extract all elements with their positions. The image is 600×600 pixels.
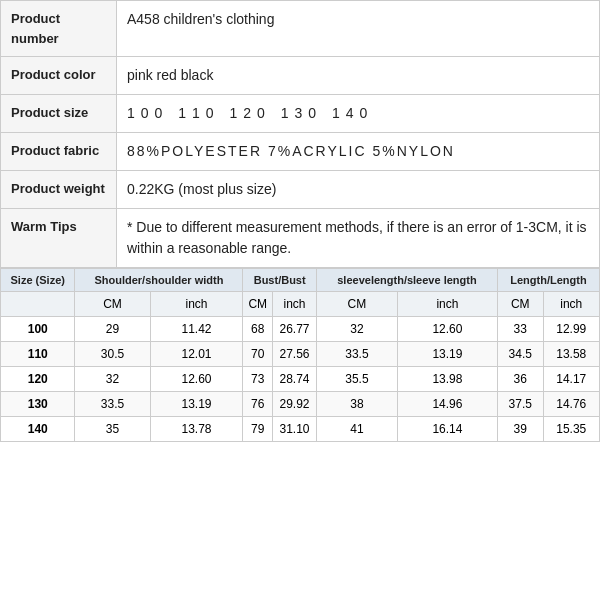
info-label: Product number: [1, 1, 117, 57]
size-cell: 12.99: [543, 317, 599, 342]
size-cell: 14.76: [543, 392, 599, 417]
product-info-table: Product numberA458 children's clothingPr…: [0, 0, 600, 268]
size-cell: 120: [1, 367, 75, 392]
info-label: Warm Tips: [1, 209, 117, 268]
size-cell: 12.60: [150, 367, 243, 392]
size-cell: 100: [1, 317, 75, 342]
size-cell: 11.42: [150, 317, 243, 342]
size-cell: 32: [316, 317, 397, 342]
size-cell: 130: [1, 392, 75, 417]
chart-subheader-cell: inch: [543, 292, 599, 317]
size-row: 1002911.426826.773212.603312.99: [1, 317, 600, 342]
size-cell: 28.74: [273, 367, 317, 392]
size-cell: 36: [497, 367, 543, 392]
info-label: Product size: [1, 95, 117, 133]
size-row: 1403513.787931.104116.143915.35: [1, 417, 600, 442]
size-cell: 35.5: [316, 367, 397, 392]
chart-header-cell: sleevelength/sleeve length: [316, 269, 497, 292]
size-row: 11030.512.017027.5633.513.1934.513.58: [1, 342, 600, 367]
size-cell: 34.5: [497, 342, 543, 367]
size-cell: 31.10: [273, 417, 317, 442]
info-value: 100 110 120 130 140: [117, 95, 600, 133]
info-label: Product fabric: [1, 133, 117, 171]
chart-subheader-cell: CM: [75, 292, 150, 317]
size-cell: 70: [243, 342, 273, 367]
size-cell: 13.58: [543, 342, 599, 367]
chart-subheader-cell: [1, 292, 75, 317]
size-cell: 12.60: [397, 317, 497, 342]
chart-subheader-cell: CM: [497, 292, 543, 317]
size-cell: 39: [497, 417, 543, 442]
size-cell: 13.19: [397, 342, 497, 367]
chart-header-cell: Shoulder/shoulder width: [75, 269, 243, 292]
size-cell: 13.78: [150, 417, 243, 442]
size-cell: 35: [75, 417, 150, 442]
size-cell: 12.01: [150, 342, 243, 367]
info-label: Product weight: [1, 171, 117, 209]
size-cell: 79: [243, 417, 273, 442]
size-row: 13033.513.197629.923814.9637.514.76: [1, 392, 600, 417]
size-cell: 14.96: [397, 392, 497, 417]
size-cell: 32: [75, 367, 150, 392]
size-cell: 15.35: [543, 417, 599, 442]
size-cell: 140: [1, 417, 75, 442]
chart-subheader-cell: inch: [397, 292, 497, 317]
size-cell: 41: [316, 417, 397, 442]
info-label: Product color: [1, 57, 117, 95]
size-cell: 33.5: [316, 342, 397, 367]
size-cell: 38: [316, 392, 397, 417]
size-cell: 14.17: [543, 367, 599, 392]
size-cell: 13.98: [397, 367, 497, 392]
chart-subheader-cell: inch: [150, 292, 243, 317]
size-chart-table: Size (Size)Shoulder/shoulder widthBust/B…: [0, 268, 600, 442]
size-cell: 68: [243, 317, 273, 342]
size-cell: 30.5: [75, 342, 150, 367]
size-cell: 16.14: [397, 417, 497, 442]
info-value: A458 children's clothing: [117, 1, 600, 57]
chart-header-cell: Length/Length: [497, 269, 599, 292]
size-cell: 73: [243, 367, 273, 392]
size-cell: 76: [243, 392, 273, 417]
chart-subheader-cell: inch: [273, 292, 317, 317]
size-cell: 37.5: [497, 392, 543, 417]
chart-subheader-cell: CM: [316, 292, 397, 317]
size-row: 1203212.607328.7435.513.983614.17: [1, 367, 600, 392]
info-value: 0.22KG (most plus size): [117, 171, 600, 209]
info-value: pink red black: [117, 57, 600, 95]
chart-subheader-cell: CM: [243, 292, 273, 317]
size-cell: 27.56: [273, 342, 317, 367]
size-cell: 33.5: [75, 392, 150, 417]
size-cell: 110: [1, 342, 75, 367]
info-value: * Due to different measurement methods, …: [117, 209, 600, 268]
size-cell: 26.77: [273, 317, 317, 342]
size-cell: 33: [497, 317, 543, 342]
info-value: 88%POLYESTER 7%ACRYLIC 5%NYLON: [117, 133, 600, 171]
chart-header-cell: Bust/Bust: [243, 269, 317, 292]
size-cell: 29.92: [273, 392, 317, 417]
chart-header-cell: Size (Size): [1, 269, 75, 292]
size-cell: 13.19: [150, 392, 243, 417]
size-cell: 29: [75, 317, 150, 342]
